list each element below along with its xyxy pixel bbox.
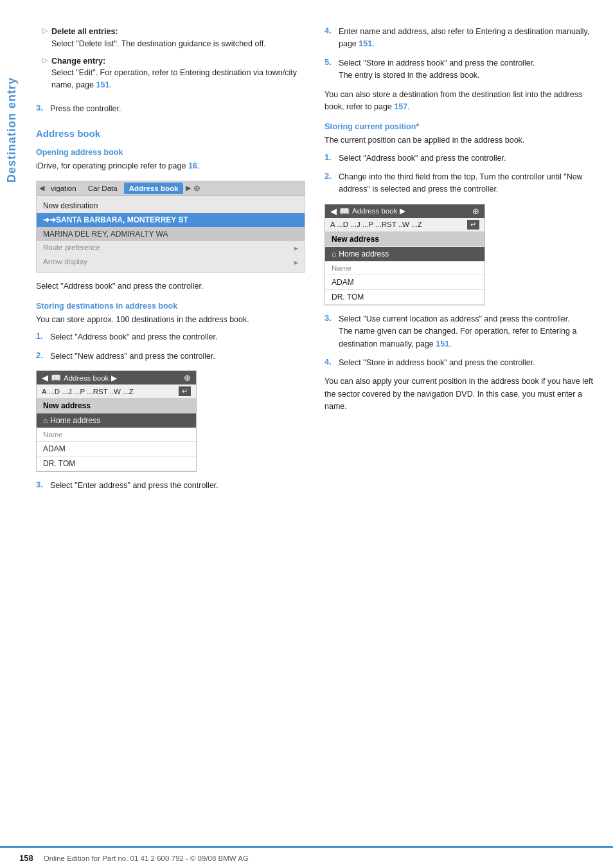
- addr-widget-2-title: Address book: [352, 207, 397, 215]
- ref-151-3: 151: [436, 339, 449, 348]
- left-step-2-num: 2.: [36, 350, 46, 363]
- bullet-section: ▷ Delete all entries: Select "Delete lis…: [36, 26, 305, 91]
- nav-tab-navigation[interactable]: vigation: [46, 183, 82, 194]
- current-step-4: 4. Select "Store in address book" and pr…: [324, 357, 594, 369]
- addr-book-icon: 📖: [51, 373, 61, 383]
- addr-widget-1-title: Address book: [64, 374, 109, 382]
- addr-book-icon-2: 📖: [339, 206, 350, 216]
- step-3-num: 3.: [36, 103, 46, 115]
- step-3-press: 3. Press the controller.: [36, 103, 305, 115]
- addr-row-drtom-1[interactable]: DR. TOM: [37, 457, 196, 471]
- left-step-1-text: Select "Address book" and press the cont…: [50, 331, 217, 343]
- addr-row-name-1[interactable]: Name: [37, 428, 196, 442]
- sidebar-label: Destination entry: [0, 0, 23, 868]
- addr-fwd-icon: ▶: [111, 374, 117, 383]
- addr-row-new-address-2[interactable]: New address: [325, 232, 484, 247]
- left-column: ▷ Delete all entries: Select "Delete lis…: [36, 26, 305, 842]
- addr-return-icon-2[interactable]: ↵: [467, 220, 479, 230]
- storing-current-heading: Storing current position*: [324, 122, 594, 131]
- addr-row-home-2[interactable]: ⌂ Home address: [325, 247, 484, 262]
- left-step-3-num: 3.: [36, 480, 46, 492]
- bullet-arrow-icon-2: ▷: [42, 56, 48, 64]
- footer-body-text: You can also apply your current position…: [324, 375, 594, 413]
- addr-widget-1-body: New address ⌂ Home address Name ADAM DR.…: [37, 399, 196, 471]
- nav-row-route-pref[interactable]: Route preference▸: [37, 241, 305, 255]
- current-step-1-text: Select "Address book" and press the cont…: [339, 152, 506, 165]
- ref-16: 16: [188, 161, 197, 170]
- current-step-3-sub: The name given can be changed. For opera…: [339, 327, 576, 348]
- right-step-5-num: 5.: [324, 57, 335, 82]
- addr-row-new-address-1[interactable]: New address: [37, 399, 196, 413]
- addr-widget-1-header: ◀ 📖 Address book ▶ ⊕: [37, 371, 196, 384]
- right-column: 4. Enter name and address, also refer to…: [324, 26, 594, 842]
- left-step-2: 2. Select "New address" and press the co…: [36, 350, 305, 363]
- address-book-heading: Address book: [36, 128, 305, 139]
- left-step-1-num: 1.: [36, 331, 46, 343]
- nav-body: New destination ➜➜SANTA BARBARA, MONTERR…: [37, 196, 305, 272]
- bullet-item-delete: ▷ Delete all entries: Select "Delete lis…: [36, 26, 305, 50]
- storing-heading: Storing destinations in address book: [36, 302, 305, 311]
- addr-settings-icon: ⊕: [184, 373, 191, 383]
- bullet-delete-title: Delete all entries:: [51, 27, 118, 36]
- nav-back-icon: ◀: [39, 184, 44, 192]
- home-icon-2: ⌂: [332, 249, 336, 258]
- nav-row-arrow-disp[interactable]: Arrow display▸: [37, 255, 305, 269]
- left-step-3-text: Select "Enter address" and press the con…: [50, 480, 218, 492]
- addr-row-drtom-2[interactable]: DR. TOM: [325, 290, 484, 305]
- addr-widget-2-body: New address ⌂ Home address Name ADAM DR.…: [325, 232, 484, 305]
- right-step-5-sub: The entry is stored in the address book.: [339, 71, 480, 80]
- nav-row-santa-barbara[interactable]: ➜➜SANTA BARBARA, MONTERREY ST: [37, 213, 305, 227]
- page-footer: 158 Online Edition for Part no. 01 41 2 …: [0, 846, 613, 868]
- storing-current-text: The current position can be applied in t…: [324, 134, 594, 147]
- current-step-1-num: 1.: [324, 152, 335, 165]
- addr-row-adam-2[interactable]: ADAM: [325, 275, 484, 290]
- right-step-4-num: 4.: [324, 26, 335, 51]
- nav-row-marina[interactable]: MARINA DEL REY, ADMIRALTY WA: [37, 227, 305, 241]
- home-icon: ⌂: [43, 416, 48, 425]
- current-step-1: 1. Select "Address book" and press the c…: [324, 152, 594, 165]
- current-step-2: 2. Change into the third field from the …: [324, 171, 594, 196]
- opening-heading: Opening address book: [36, 148, 305, 157]
- current-step-3-num: 3.: [324, 313, 335, 350]
- left-step-2-text: Select "New address" and press the contr…: [50, 350, 215, 363]
- nav-tab-cardata[interactable]: Car Data: [83, 183, 123, 194]
- footer-text: Online Edition for Part no. 01 41 2 600 …: [44, 854, 249, 862]
- bullet-arrow-icon: ▷: [42, 26, 48, 35]
- current-step-4-num: 4.: [324, 357, 335, 369]
- nav-row-new-dest[interactable]: New destination: [37, 199, 305, 213]
- nav-widget-1: ◀ vigation Car Data Address book ▶ ⊕ New…: [36, 181, 305, 273]
- nav-tabs: ◀ vigation Car Data Address book ▶ ⊕: [37, 181, 305, 196]
- select-controller-text: Select "Address book" and press the cont…: [36, 280, 305, 293]
- ref-151-2: 151: [359, 39, 372, 48]
- right-step-4: 4. Enter name and address, also refer to…: [324, 26, 594, 51]
- ref-157: 157: [394, 102, 407, 111]
- bullet-item-change: ▷ Change entry: Select "Edit". For opera…: [36, 55, 305, 91]
- bullet-delete-text: Select "Delete list". The destination gu…: [51, 39, 266, 48]
- addr-widget-2-header: ◀ 📖 Address book ▶ ⊕: [325, 204, 484, 218]
- addr-alpha-text-2: A ...D ...J ...P ...RST ..W ...Z: [330, 221, 422, 228]
- nav-tab-addressbook[interactable]: Address book: [124, 183, 184, 194]
- left-step-1: 1. Select "Address book" and press the c…: [36, 331, 305, 343]
- current-step-3: 3. Select "Use current location as addre…: [324, 313, 594, 350]
- page-container: Destination entry ▷ Delete all entries: …: [0, 0, 613, 868]
- addr-widget-2-alpha: A ...D ...J ...P ...RST ..W ...Z ↵: [325, 218, 484, 232]
- addr-row-adam-1[interactable]: ADAM: [37, 442, 196, 457]
- addr-settings-icon-2: ⊕: [472, 206, 479, 216]
- addr-widget-1: ◀ 📖 Address book ▶ ⊕ A ...D ...J ...P ..…: [36, 370, 197, 472]
- left-step-3: 3. Select "Enter address" and press the …: [36, 480, 305, 492]
- addr-back-icon: ◀: [42, 373, 48, 383]
- current-step-2-text: Change into the third field from the top…: [339, 171, 594, 196]
- right-step-5: 5. Select "Store in address book" and pr…: [324, 57, 594, 82]
- opening-text: iDrive, for operating principle refer to…: [36, 160, 305, 172]
- addr-return-icon[interactable]: ↵: [179, 386, 191, 396]
- current-step-4-text: Select "Store in address book" and press…: [339, 357, 535, 369]
- current-step-3-text: Select "Use current location as address"…: [339, 314, 570, 323]
- addr-row-name-2[interactable]: Name: [325, 262, 484, 275]
- bullet-change-title: Change entry:: [51, 57, 105, 66]
- storing-intro: You can store approx. 100 destinations i…: [36, 314, 305, 326]
- main-content: ▷ Delete all entries: Select "Delete lis…: [23, 0, 613, 868]
- addr-row-home-1[interactable]: ⌂ Home address: [37, 413, 196, 428]
- nav-menu-icon: ⊕: [193, 183, 200, 193]
- current-step-2-num: 2.: [324, 171, 335, 196]
- addr-alpha-text: A ...D ...J ...P ...RST ..W ...Z: [42, 388, 134, 395]
